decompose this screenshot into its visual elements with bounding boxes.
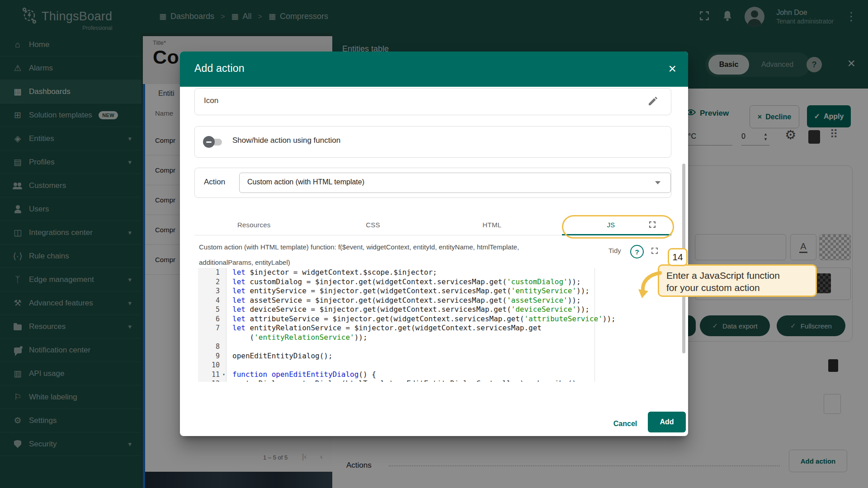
line-number: 11▾ [198, 370, 226, 380]
tab-label: HTML [482, 221, 501, 229]
line-number: 2 [198, 277, 226, 287]
line-number: 1 [198, 268, 226, 277]
fold-caret-icon[interactable]: ▾ [222, 370, 225, 380]
code-line: 2let customDialog = $injector.get(widget… [198, 277, 670, 287]
chevron-down-icon [655, 181, 660, 187]
line-number: 9 [198, 352, 226, 361]
tab-label: Resources [237, 221, 271, 229]
code-text: let assetService = $injector.get(widgetC… [226, 296, 581, 305]
function-signature-line2: additionalParams, entityLabel) [199, 258, 290, 266]
show-hide-function-row: Show/hide action using function [194, 126, 671, 158]
action-select-value: Custom action (with HTML template) [247, 178, 364, 186]
function-help-icon[interactable]: ? [630, 245, 644, 258]
cancel-button[interactable]: Cancel [609, 417, 642, 431]
tidy-button[interactable]: Tidy [609, 247, 621, 254]
code-line: 11▾function openEditEntityDialog() { [198, 370, 670, 380]
line-number: 3 [198, 286, 226, 296]
tab-fullscreen-icon[interactable] [648, 221, 656, 230]
icon-field-label: Icon [204, 96, 218, 105]
tab-resources[interactable]: Resources [194, 214, 313, 235]
code-text [226, 361, 232, 370]
code-line: 9openEditEntityDialog(); [198, 352, 670, 361]
code-line: 8 [198, 342, 670, 352]
action-type-row: Action Custom action (with HTML template… [194, 168, 671, 198]
tutorial-step-badge: 14 [668, 248, 688, 266]
code-text: function openEditEntityDialog() { [226, 370, 376, 380]
icon-field[interactable]: Icon [194, 88, 671, 115]
action-select[interactable]: Custom action (with HTML template) [239, 173, 671, 193]
code-text: let $injector = widgetContext.$scope.$in… [226, 268, 437, 277]
toggle-thumb-minus-icon [203, 136, 215, 148]
code-line: 1let $injector = widgetContext.$scope.$i… [198, 268, 670, 277]
screen: ThingsBoard Professional ▦Dashboards>▦Al… [0, 0, 868, 488]
code-text: let customDialog = $injector.get(widgetC… [226, 277, 581, 287]
code-line: 6let attributeService = $injector.get(wi… [198, 314, 670, 324]
tab-html[interactable]: HTML [433, 214, 552, 235]
tutorial-tooltip-line2: for your custom action [666, 282, 816, 294]
dialog-title: Add action [194, 62, 245, 75]
editor-tabs: ResourcesCSSHTMLJS [194, 214, 670, 235]
tab-css[interactable]: CSS [313, 214, 432, 235]
line-number: 7 [198, 324, 226, 333]
line-number: 6 [198, 314, 226, 324]
tab-label: JS [607, 221, 615, 229]
dialog-header: Add action × [180, 52, 688, 87]
tutorial-arrow-icon [637, 270, 663, 301]
code-text: let entityRelationService = $injector.ge… [226, 324, 542, 333]
js-code-editor[interactable]: 1let $injector = widgetContext.$scope.$i… [198, 268, 670, 382]
show-hide-toggle-label: Show/hide action using function [232, 136, 340, 145]
line-number: 8 [198, 342, 226, 352]
line-number [198, 333, 226, 343]
code-text: ('entityRelationService')); [226, 333, 368, 343]
line-number: 10 [198, 361, 226, 370]
code-text: let deviceService = $injector.get(widget… [226, 305, 590, 314]
action-select-label: Action [204, 178, 225, 187]
code-line: 7let entityRelationService = $injector.g… [198, 324, 670, 333]
line-number: 5 [198, 305, 226, 314]
code-text: let entityService = $injector.get(widget… [226, 286, 590, 296]
tutorial-tooltip: Enter a JavaScript function for your cus… [658, 264, 817, 297]
code-line: ('entityRelationService')); [198, 333, 670, 343]
active-tab-ink-bar [562, 234, 671, 235]
edit-pencil-icon[interactable] [647, 96, 658, 108]
code-text: customDialog.customDialog(htmlTemplate, … [226, 379, 581, 382]
tab-label: CSS [366, 221, 380, 229]
show-hide-toggle[interactable] [203, 136, 224, 148]
add-button[interactable]: Add [648, 412, 686, 432]
code-line: 3let entityService = $injector.get(widge… [198, 286, 670, 296]
code-line: 12customDialog.customDialog(htmlTemplate… [198, 379, 670, 382]
code-line: 10 [198, 361, 670, 370]
tutorial-tooltip-line1: Enter a JavaScript function [666, 269, 816, 282]
code-text: openEditEntityDialog(); [226, 352, 333, 361]
code-line: 5let deviceService = $injector.get(widge… [198, 305, 670, 314]
line-number: 12 [198, 379, 226, 382]
code-line: 4let assetService = $injector.get(widget… [198, 296, 670, 305]
code-text: let attributeService = $injector.get(wid… [226, 314, 616, 324]
add-action-dialog: Add action × Icon Show/hide action using… [180, 52, 688, 436]
line-number: 4 [198, 296, 226, 305]
editor-fullscreen-icon[interactable] [651, 247, 659, 257]
dialog-close-icon[interactable]: × [668, 61, 676, 77]
code-text [226, 342, 232, 352]
function-signature-line1: Custom action (with HTML template) funct… [199, 243, 519, 251]
